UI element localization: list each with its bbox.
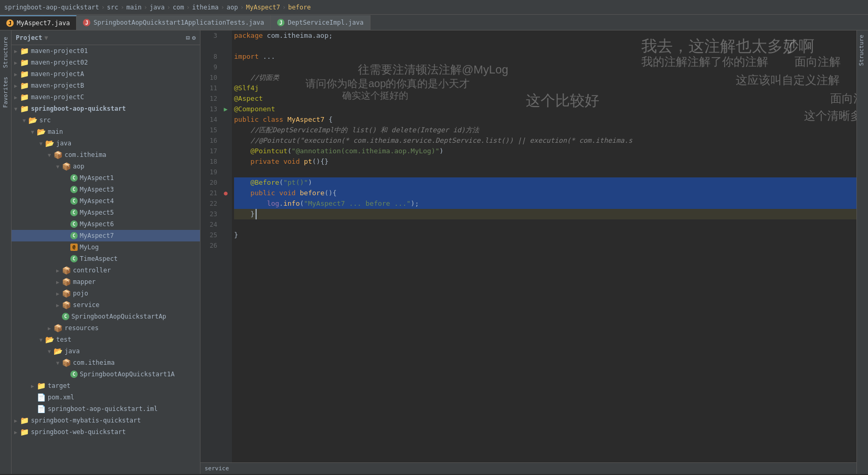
vtab-structure-right[interactable]: Structure [857, 30, 868, 70]
tree-label: MyAspect4 [80, 197, 114, 205]
tree-label: MyAspect6 [80, 220, 114, 228]
code-line-17: @Pointcut("@annotation(com.itheima.aop.M… [234, 146, 856, 156]
package-icon: 📦 [54, 151, 62, 159]
tab-deptservice[interactable]: J DeptServiceImpl.java [271, 15, 371, 30]
class-icon: C [70, 186, 78, 193]
tree-item-main[interactable]: ▼📂main [12, 126, 200, 138]
tree-label: maven-project02 [31, 59, 88, 66]
tree-label: MyAspect5 [80, 209, 114, 216]
tree-arrow: ▼ [54, 360, 62, 366]
tree-item-springboot-aop-quickstart[interactable]: ▼📁springboot-aop-quickstart [12, 103, 200, 114]
tree-item-MyLog[interactable]: @MyLog [12, 241, 200, 253]
tree-label: MyLog [80, 244, 99, 251]
breadcrumb-main[interactable]: main [126, 4, 142, 11]
tree-item-MyAspect5[interactable]: CMyAspect5 [12, 207, 200, 218]
tree-item-com.itheima[interactable]: ▼📦com.itheima [12, 357, 200, 368]
run-icon[interactable]: ▶ [221, 104, 230, 114]
sidebar-dropdown[interactable]: ▼ [45, 34, 48, 41]
code-line-26 [234, 240, 856, 251]
tree-label: pojo [73, 290, 88, 297]
tree-label: maven-projectC [31, 93, 84, 101]
breadcrumb-java[interactable]: java [150, 4, 165, 11]
tab-label-myaspect7: MyAspect7.java [17, 19, 70, 27]
tree-item-src[interactable]: ▼📂src [12, 114, 200, 126]
tree-item-com.itheima[interactable]: ▼📦com.itheima [12, 149, 200, 161]
tree-item-target[interactable]: ▶📁target [12, 380, 200, 392]
breadcrumb-com[interactable]: com [173, 4, 184, 11]
line-numbers: 3 8 9 10 11 12 13 14 15 16 17 18 19 20 2… [200, 30, 221, 462]
tree-arrow: ▼ [37, 337, 45, 343]
tree-arrow: ▶ [12, 429, 20, 435]
xml-icon: 📄 [37, 393, 46, 402]
tree-label: maven-project01 [31, 47, 88, 55]
tree-item-MyAspect3[interactable]: CMyAspect3 [12, 184, 200, 195]
breadcrumb-src[interactable]: src [107, 4, 119, 11]
tree-arrow: ▼ [20, 118, 28, 123]
sidebar-action-collapse[interactable]: ⊟ [186, 34, 190, 41]
tree-item-maven-projectC[interactable]: ▶📁maven-projectC [12, 91, 200, 103]
code-area[interactable]: package com.itheima.aop; import ... //切面… [232, 30, 856, 462]
tree-item-TimeAspect[interactable]: CTimeAspect [12, 253, 200, 265]
tab-label-deptservice: DeptServiceImpl.java [288, 19, 364, 26]
tree-label: MyAspect1 [80, 174, 114, 182]
tree-item-mapper[interactable]: ▶📦mapper [12, 276, 200, 288]
tree-item-aop[interactable]: ▼📦aop [12, 161, 200, 172]
folder-src-icon: 📂 [45, 139, 54, 147]
class-icon: C [70, 220, 78, 228]
breadcrumb-class[interactable]: MyAspect7 [246, 4, 280, 11]
tree-arrow: ▼ [54, 164, 62, 170]
tree-item-SpringbootAopQuickstartAp[interactable]: CSpringbootAopQuickstartAp [12, 311, 200, 322]
tree-item-MyAspect1[interactable]: CMyAspect1 [12, 172, 200, 184]
sidebar-action-gear[interactable]: ⚙ [192, 34, 196, 41]
code-line-16: //@Pointcut("execution(* com.itheima.ser… [234, 135, 856, 146]
sidebar-title: Project [16, 34, 43, 41]
tree-label: SpringbootAopQuickstartAp [71, 313, 166, 320]
tree-label: com.itheima [73, 359, 114, 366]
breadcrumb-method[interactable]: before [288, 4, 311, 11]
tree-item-springboot-aop-quickstart.iml[interactable]: 📄springboot-aop-quickstart.iml [12, 403, 200, 415]
package-icon: 📦 [62, 358, 71, 367]
tree-item-java[interactable]: ▼📂java [12, 345, 200, 357]
status-bar: service [200, 462, 856, 474]
code-line-8: import ... [234, 51, 856, 62]
tree-item-SpringbootAopQuickstart1A[interactable]: CSpringbootAopQuickstart1A [12, 368, 200, 380]
tree-item-controller[interactable]: ▶📦controller [12, 265, 200, 276]
class-icon: C [70, 197, 78, 205]
code-line-18: private void pt(){} [234, 156, 856, 167]
main-layout: Structure Favorites Project ▼ ⊟ ⚙ ▶📁mave… [0, 30, 868, 474]
tree-item-MyAspect7[interactable]: CMyAspect7 [12, 230, 200, 241]
tree-item-pom.xml[interactable]: 📄pom.xml [12, 392, 200, 403]
tree-item-maven-projectA[interactable]: ▶📁maven-projectA [12, 68, 200, 80]
tab-myaspect7[interactable]: J MyAspect7.java [0, 15, 77, 30]
class-icon: C [70, 232, 78, 239]
tree-item-maven-project02[interactable]: ▶📁maven-project02 [12, 57, 200, 68]
error-icon[interactable]: ● [221, 188, 230, 198]
tree-item-MyAspect4[interactable]: CMyAspect4 [12, 195, 200, 207]
tree-arrow: ▶ [54, 291, 62, 297]
tree-item-springboot-web-quickstart[interactable]: ▶📁springboot-web-quickstart [12, 426, 200, 438]
breadcrumb-itheima[interactable]: itheima [192, 4, 219, 11]
code-line-15: //匹配DeptServiceImpl中的 list() 和 delete(In… [234, 125, 856, 135]
tree-item-springboot-mybatis-quickstart[interactable]: ▶📁springboot-mybatis-quickstart [12, 415, 200, 426]
vtab-favorites[interactable]: Favorites [1, 72, 10, 112]
breadcrumb-project[interactable]: springboot-aop-quickstart [4, 4, 99, 11]
tree-item-MyAspect6[interactable]: CMyAspect6 [12, 218, 200, 230]
tree-item-service[interactable]: ▶📦service [12, 299, 200, 311]
tree-item-maven-projectB[interactable]: ▶📁maven-projectB [12, 80, 200, 91]
vtab-structure[interactable]: Structure [1, 33, 10, 72]
tree-item-maven-project01[interactable]: ▶📁maven-project01 [12, 45, 200, 57]
breadcrumb-aop[interactable]: aop [227, 4, 238, 11]
code-line-10: //切面类 [234, 72, 856, 83]
tree-item-resources[interactable]: ▶📦resources [12, 322, 200, 334]
gutter: ▶ ● [221, 30, 232, 462]
folder-icon: 📁 [20, 58, 29, 67]
tab-tests[interactable]: J SpringbootAopQuickstart1ApplicationTes… [77, 15, 271, 30]
tree-item-java[interactable]: ▼📂java [12, 138, 200, 149]
tree-item-pojo[interactable]: ▶📦pojo [12, 288, 200, 299]
tree-label: test [56, 336, 71, 343]
status-text: service [205, 465, 229, 472]
package-icon: 📦 [62, 289, 71, 298]
class-icon: C [70, 209, 78, 216]
tree-label: java [65, 347, 80, 355]
tree-item-test[interactable]: ▼📂test [12, 334, 200, 345]
